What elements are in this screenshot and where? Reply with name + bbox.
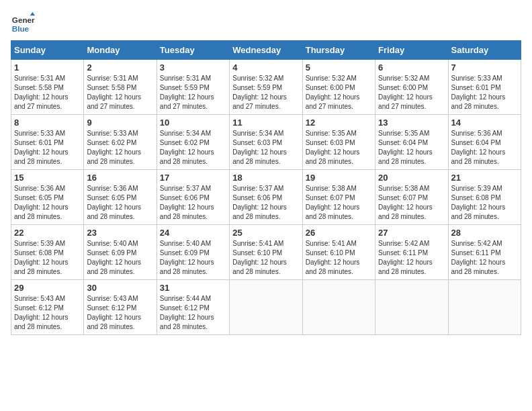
calendar-cell — [302, 280, 375, 335]
day-number: 25 — [232, 228, 299, 238]
day-info: Sunrise: 5:39 AMSunset: 6:08 PMDaylight:… — [14, 240, 69, 275]
day-info: Sunrise: 5:31 AMSunset: 5:58 PMDaylight:… — [14, 75, 69, 110]
calendar-cell: 28Sunrise: 5:42 AMSunset: 6:11 PMDayligh… — [448, 225, 521, 280]
day-number: 2 — [87, 62, 153, 73]
day-info: Sunrise: 5:41 AMSunset: 6:10 PMDaylight:… — [306, 240, 360, 275]
calendar-cell: 1Sunrise: 5:31 AMSunset: 5:58 PMDaylight… — [11, 60, 84, 115]
day-number: 16 — [87, 173, 153, 183]
calendar-cell: 17Sunrise: 5:37 AMSunset: 6:06 PMDayligh… — [157, 170, 229, 225]
day-info: Sunrise: 5:38 AMSunset: 6:07 PMDaylight:… — [378, 185, 433, 220]
day-info: Sunrise: 5:32 AMSunset: 6:00 PMDaylight:… — [306, 75, 360, 110]
day-number: 12 — [306, 118, 372, 128]
calendar-cell: 15Sunrise: 5:36 AMSunset: 6:05 PMDayligh… — [11, 170, 84, 225]
svg-marker-2 — [30, 12, 35, 15]
day-number: 20 — [378, 173, 445, 183]
calendar-cell: 8Sunrise: 5:33 AMSunset: 6:01 PMDaylight… — [11, 115, 84, 170]
day-number: 24 — [160, 228, 226, 238]
day-info: Sunrise: 5:32 AMSunset: 6:00 PMDaylight:… — [378, 75, 433, 110]
day-number: 17 — [160, 173, 226, 183]
calendar-cell — [375, 280, 448, 335]
day-info: Sunrise: 5:40 AMSunset: 6:09 PMDaylight:… — [87, 240, 141, 275]
day-number: 8 — [14, 118, 81, 128]
calendar-cell: 16Sunrise: 5:36 AMSunset: 6:05 PMDayligh… — [84, 170, 157, 225]
calendar-cell: 5Sunrise: 5:32 AMSunset: 6:00 PMDaylight… — [302, 60, 375, 115]
day-number: 7 — [451, 62, 518, 73]
day-info: Sunrise: 5:36 AMSunset: 6:04 PMDaylight:… — [451, 130, 506, 165]
day-number: 31 — [160, 283, 226, 293]
day-number: 15 — [14, 173, 81, 183]
day-info: Sunrise: 5:39 AMSunset: 6:08 PMDaylight:… — [451, 185, 506, 220]
col-header-monday: Monday — [84, 41, 157, 60]
day-number: 6 — [378, 62, 445, 73]
calendar-cell: 12Sunrise: 5:35 AMSunset: 6:03 PMDayligh… — [302, 115, 375, 170]
day-info: Sunrise: 5:36 AMSunset: 6:05 PMDaylight:… — [14, 185, 69, 220]
day-number: 13 — [378, 118, 445, 128]
day-number: 4 — [232, 62, 299, 73]
col-header-tuesday: Tuesday — [157, 41, 229, 60]
calendar-cell: 14Sunrise: 5:36 AMSunset: 6:04 PMDayligh… — [448, 115, 521, 170]
day-info: Sunrise: 5:44 AMSunset: 6:12 PMDaylight:… — [160, 295, 214, 330]
day-info: Sunrise: 5:40 AMSunset: 6:09 PMDaylight:… — [160, 240, 214, 275]
day-info: Sunrise: 5:42 AMSunset: 6:11 PMDaylight:… — [451, 240, 506, 275]
day-info: Sunrise: 5:32 AMSunset: 5:59 PMDaylight:… — [232, 75, 287, 110]
day-number: 29 — [14, 283, 81, 293]
calendar-cell: 21Sunrise: 5:39 AMSunset: 6:08 PMDayligh… — [448, 170, 521, 225]
day-info: Sunrise: 5:34 AMSunset: 6:03 PMDaylight:… — [232, 130, 287, 165]
calendar-cell — [230, 280, 302, 335]
col-header-friday: Friday — [375, 41, 448, 60]
calendar-cell: 9Sunrise: 5:33 AMSunset: 6:02 PMDaylight… — [84, 115, 157, 170]
day-number: 14 — [451, 118, 518, 128]
day-info: Sunrise: 5:35 AMSunset: 6:04 PMDaylight:… — [378, 130, 433, 165]
day-info: Sunrise: 5:33 AMSunset: 6:01 PMDaylight:… — [14, 130, 69, 165]
day-info: Sunrise: 5:34 AMSunset: 6:02 PMDaylight:… — [160, 130, 214, 165]
calendar-cell: 18Sunrise: 5:37 AMSunset: 6:06 PMDayligh… — [230, 170, 302, 225]
col-header-sunday: Sunday — [11, 41, 84, 60]
calendar-cell: 3Sunrise: 5:31 AMSunset: 5:59 PMDaylight… — [157, 60, 229, 115]
day-info: Sunrise: 5:36 AMSunset: 6:05 PMDaylight:… — [87, 185, 141, 220]
calendar-table: SundayMondayTuesdayWednesdayThursdayFrid… — [11, 40, 521, 335]
logo-icon: General Blue — [11, 11, 35, 35]
calendar-cell: 6Sunrise: 5:32 AMSunset: 6:00 PMDaylight… — [375, 60, 448, 115]
calendar-cell: 20Sunrise: 5:38 AMSunset: 6:07 PMDayligh… — [375, 170, 448, 225]
day-info: Sunrise: 5:43 AMSunset: 6:12 PMDaylight:… — [14, 295, 69, 330]
day-info: Sunrise: 5:31 AMSunset: 5:59 PMDaylight:… — [160, 75, 214, 110]
day-number: 22 — [14, 228, 81, 238]
week-row-5: 29Sunrise: 5:43 AMSunset: 6:12 PMDayligh… — [11, 280, 521, 335]
day-info: Sunrise: 5:31 AMSunset: 5:58 PMDaylight:… — [87, 75, 141, 110]
day-number: 28 — [451, 228, 518, 238]
day-number: 27 — [378, 228, 445, 238]
col-header-saturday: Saturday — [448, 41, 521, 60]
calendar-cell: 13Sunrise: 5:35 AMSunset: 6:04 PMDayligh… — [375, 115, 448, 170]
logo: General Blue — [11, 11, 38, 35]
day-number: 11 — [232, 118, 299, 128]
week-row-3: 15Sunrise: 5:36 AMSunset: 6:05 PMDayligh… — [11, 170, 521, 225]
day-info: Sunrise: 5:43 AMSunset: 6:12 PMDaylight:… — [87, 295, 141, 330]
week-row-2: 8Sunrise: 5:33 AMSunset: 6:01 PMDaylight… — [11, 115, 521, 170]
day-number: 1 — [14, 62, 81, 73]
day-number: 23 — [87, 228, 153, 238]
calendar-cell: 10Sunrise: 5:34 AMSunset: 6:02 PMDayligh… — [157, 115, 229, 170]
calendar-cell: 30Sunrise: 5:43 AMSunset: 6:12 PMDayligh… — [84, 280, 157, 335]
day-info: Sunrise: 5:37 AMSunset: 6:06 PMDaylight:… — [160, 185, 214, 220]
calendar-cell: 29Sunrise: 5:43 AMSunset: 6:12 PMDayligh… — [11, 280, 84, 335]
day-number: 26 — [306, 228, 372, 238]
day-info: Sunrise: 5:37 AMSunset: 6:06 PMDaylight:… — [232, 185, 287, 220]
day-number: 19 — [306, 173, 372, 183]
day-number: 30 — [87, 283, 153, 293]
calendar-cell: 27Sunrise: 5:42 AMSunset: 6:11 PMDayligh… — [375, 225, 448, 280]
day-number: 9 — [87, 118, 153, 128]
week-row-1: 1Sunrise: 5:31 AMSunset: 5:58 PMDaylight… — [11, 60, 521, 115]
calendar-cell: 26Sunrise: 5:41 AMSunset: 6:10 PMDayligh… — [302, 225, 375, 280]
day-info: Sunrise: 5:38 AMSunset: 6:07 PMDaylight:… — [306, 185, 360, 220]
page-header: General Blue — [11, 11, 521, 35]
day-info: Sunrise: 5:41 AMSunset: 6:10 PMDaylight:… — [232, 240, 287, 275]
svg-text:General: General — [12, 15, 35, 24]
day-info: Sunrise: 5:33 AMSunset: 6:01 PMDaylight:… — [451, 75, 506, 110]
calendar-cell — [448, 280, 521, 335]
calendar-cell: 2Sunrise: 5:31 AMSunset: 5:58 PMDaylight… — [84, 60, 157, 115]
week-row-4: 22Sunrise: 5:39 AMSunset: 6:08 PMDayligh… — [11, 225, 521, 280]
calendar-cell: 11Sunrise: 5:34 AMSunset: 6:03 PMDayligh… — [230, 115, 302, 170]
day-number: 18 — [232, 173, 299, 183]
calendar-cell: 23Sunrise: 5:40 AMSunset: 6:09 PMDayligh… — [84, 225, 157, 280]
day-number: 3 — [160, 62, 226, 73]
